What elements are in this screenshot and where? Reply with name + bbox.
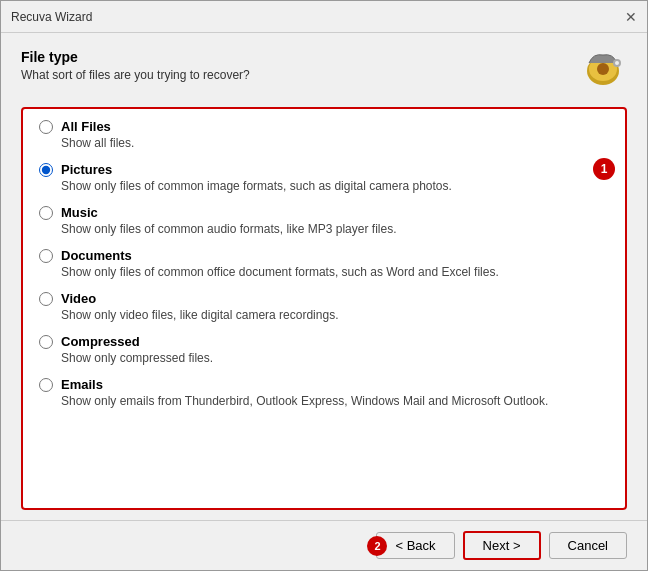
option-emails-desc: Show only emails from Thunderbird, Outlo…: [61, 394, 609, 408]
option-pictures-row: Pictures 1: [39, 162, 609, 177]
option-video: Video Show only video files, like digita…: [39, 291, 609, 322]
option-pictures-label[interactable]: Pictures: [61, 162, 112, 177]
cancel-button[interactable]: Cancel: [549, 532, 627, 559]
option-all-files-row: All Files: [39, 119, 609, 134]
option-video-row: Video: [39, 291, 609, 306]
option-music-label[interactable]: Music: [61, 205, 98, 220]
option-music: Music Show only files of common audio fo…: [39, 205, 609, 236]
window-title: Recuva Wizard: [11, 10, 92, 24]
file-type-options-box: All Files Show all files. Pictures 1 Sho…: [21, 107, 627, 510]
radio-music[interactable]: [39, 206, 53, 220]
option-all-files-desc: Show all files.: [61, 136, 609, 150]
wizard-icon: [579, 45, 627, 93]
radio-all-files[interactable]: [39, 120, 53, 134]
header-text: File type What sort of files are you try…: [21, 49, 250, 82]
svg-point-4: [615, 61, 619, 65]
radio-documents[interactable]: [39, 249, 53, 263]
option-video-desc: Show only video files, like digital came…: [61, 308, 609, 322]
option-compressed-label[interactable]: Compressed: [61, 334, 140, 349]
option-compressed-row: Compressed: [39, 334, 609, 349]
header-section: File type What sort of files are you try…: [21, 49, 627, 93]
option-compressed: Compressed Show only compressed files.: [39, 334, 609, 365]
back-button[interactable]: 2 < Back: [376, 532, 454, 559]
option-music-row: Music: [39, 205, 609, 220]
next-button[interactable]: Next >: [463, 531, 541, 560]
close-button[interactable]: ✕: [625, 10, 637, 24]
back-badge: 2: [367, 536, 387, 556]
pictures-badge: 1: [593, 158, 615, 180]
option-video-label[interactable]: Video: [61, 291, 96, 306]
option-pictures: Pictures 1 Show only files of common ima…: [39, 162, 609, 193]
option-documents: Documents Show only files of common offi…: [39, 248, 609, 279]
content-area: File type What sort of files are you try…: [1, 33, 647, 520]
option-all-files: All Files Show all files.: [39, 119, 609, 150]
option-compressed-desc: Show only compressed files.: [61, 351, 609, 365]
option-emails: Emails Show only emails from Thunderbird…: [39, 377, 609, 408]
option-all-files-label[interactable]: All Files: [61, 119, 111, 134]
option-documents-row: Documents: [39, 248, 609, 263]
radio-pictures[interactable]: [39, 163, 53, 177]
option-documents-label[interactable]: Documents: [61, 248, 132, 263]
option-documents-desc: Show only files of common office documen…: [61, 265, 609, 279]
back-label: < Back: [395, 538, 435, 553]
page-subtitle: What sort of files are you trying to rec…: [21, 68, 250, 82]
option-emails-label[interactable]: Emails: [61, 377, 103, 392]
option-pictures-desc: Show only files of common image formats,…: [61, 179, 609, 193]
option-music-desc: Show only files of common audio formats,…: [61, 222, 609, 236]
svg-point-2: [597, 63, 609, 75]
recuva-wizard-window: Recuva Wizard ✕ File type What sort of f…: [0, 0, 648, 571]
radio-compressed[interactable]: [39, 335, 53, 349]
footer: 2 < Back Next > Cancel: [1, 520, 647, 570]
title-bar: Recuva Wizard ✕: [1, 1, 647, 33]
option-emails-row: Emails: [39, 377, 609, 392]
radio-video[interactable]: [39, 292, 53, 306]
radio-emails[interactable]: [39, 378, 53, 392]
page-title: File type: [21, 49, 250, 65]
